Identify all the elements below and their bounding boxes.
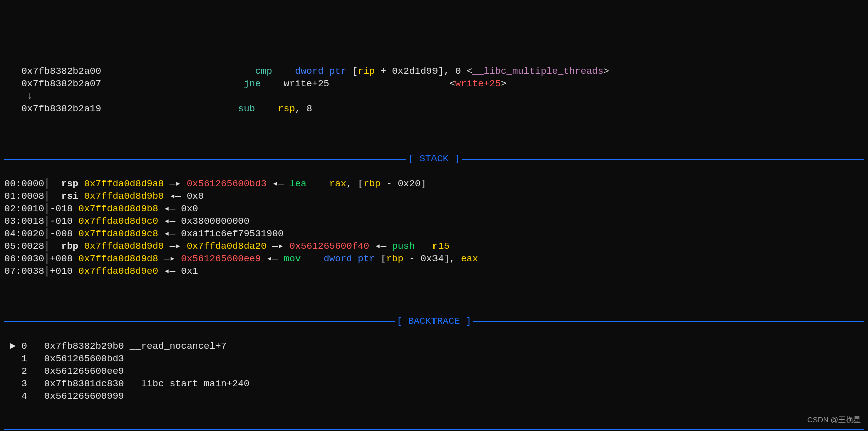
backtrace-line: ► 0 0x7fb8382b29b0 __read_nocancel+7: [4, 340, 864, 353]
disasm-line: 0x7fb8382b2a00 cmp dword ptr [rip + 0x2d…: [4, 66, 864, 78]
disasm-line: ↓: [4, 90, 864, 103]
backtrace-line: 2 0x561265600ee9: [4, 366, 864, 378]
stack-line: 03:0018│-010 0x7ffda0d8d9c0 ◂— 0x3800000…: [4, 216, 864, 228]
stack-header-label: [ STACK ]: [406, 153, 462, 166]
rule-after-backtrace: [4, 429, 864, 430]
backtrace-line: 4 0x561265600999: [4, 390, 864, 403]
stack-line: 07:0038│+010 0x7ffda0d8d9e0 ◂— 0x1: [4, 266, 864, 278]
stack-line: 04:0020│-008 0x7ffda0d8d9c8 ◂— 0xa1f1c6e…: [4, 228, 864, 240]
backtrace-line: 3 0x7fb8381dc830 __libc_start_main+240: [4, 378, 864, 390]
watermark: CSDN @王挽星: [807, 414, 861, 426]
stack-block: 00:0000│ rsp 0x7ffda0d8d9a8 —▸ 0x5612656…: [4, 178, 864, 278]
stack-header: [ STACK ]: [4, 153, 864, 166]
backtrace-line: 1 0x561265600bd3: [4, 353, 864, 366]
stack-line: 06:0030│+008 0x7ffda0d8d9d8 —▸ 0x5612656…: [4, 253, 864, 266]
backtrace-header: [ BACKTRACE ]: [4, 316, 864, 328]
backtrace-header-label: [ BACKTRACE ]: [395, 316, 473, 328]
stack-line: 02:0010│-018 0x7ffda0d8d9b8 ◂— 0x0: [4, 203, 864, 216]
backtrace-block: ► 0 0x7fb8382b29b0 __read_nocancel+7 1 0…: [4, 340, 864, 403]
stack-line: 05:0028│ rbp 0x7ffda0d8d9d0 —▸ 0x7ffda0d…: [4, 240, 864, 253]
stack-line: 00:0000│ rsp 0x7ffda0d8d9a8 —▸ 0x5612656…: [4, 178, 864, 190]
disasm-line: 0x7fb8382b2a19 sub rsp, 8: [4, 103, 864, 116]
stack-line: 01:0008│ rsi 0x7ffda0d8d9b0 ◂— 0x0: [4, 190, 864, 203]
disassembly-block: 0x7fb8382b2a00 cmp dword ptr [rip + 0x2d…: [4, 66, 864, 116]
disasm-line: 0x7fb8382b2a07 jne write+25 <write+25>: [4, 78, 864, 90]
